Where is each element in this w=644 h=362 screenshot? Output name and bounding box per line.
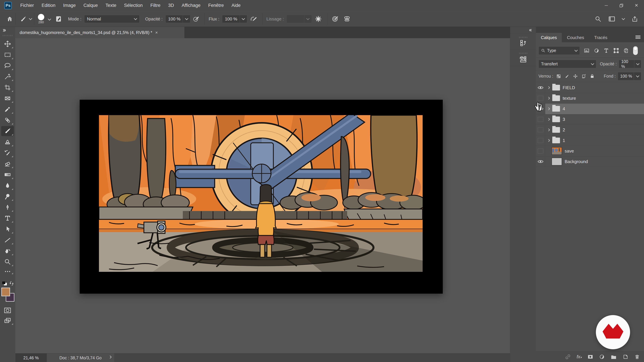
expand-chevron[interactable] (547, 86, 550, 89)
toolbar-grip[interactable] (3, 35, 12, 36)
tool-pen[interactable] (1, 202, 14, 212)
tool-magic-wand[interactable] (1, 71, 14, 82)
menu-fichier[interactable]: Fichier (16, 0, 38, 11)
lock-artboard-icon[interactable] (582, 74, 586, 79)
lock-transparency-icon[interactable] (556, 74, 561, 79)
menu-texte[interactable]: Texte (102, 0, 120, 11)
home-icon[interactable] (6, 15, 13, 22)
tool-shape-line[interactable] (1, 235, 14, 245)
menu-affichage[interactable]: Affichage (178, 0, 204, 11)
screen-mode-icon[interactable] (1, 316, 14, 326)
pressure-size-icon[interactable] (332, 15, 339, 22)
blend-mode-select[interactable]: Transfert (538, 60, 596, 68)
visibility-toggle[interactable] (536, 82, 545, 93)
tool-hand[interactable] (1, 246, 14, 256)
flow-input[interactable]: 100 % (222, 15, 247, 23)
status-chevron-icon[interactable] (108, 356, 112, 359)
tool-frame[interactable] (1, 93, 14, 103)
menu-filtre[interactable]: Filtre (146, 0, 164, 11)
paint-symmetry-icon[interactable] (343, 15, 351, 23)
tool-blur[interactable] (1, 180, 14, 191)
tool-move[interactable] (1, 39, 14, 49)
layer-row[interactable]: Background (536, 156, 644, 167)
tab-calques[interactable]: Calques (536, 33, 562, 42)
menu-3d[interactable]: 3D (164, 0, 178, 11)
add-mask-icon[interactable] (587, 354, 593, 360)
tool-eraser[interactable] (1, 159, 14, 169)
flow-chevron[interactable] (240, 15, 247, 23)
tool-crop[interactable] (1, 82, 14, 92)
visibility-toggle[interactable] (536, 156, 545, 167)
panel-menu-icon[interactable] (635, 35, 641, 40)
tool-history-brush[interactable] (1, 148, 14, 158)
new-group-icon[interactable] (610, 354, 617, 360)
menu-aide[interactable]: Aide (228, 0, 244, 11)
visibility-toggle[interactable] (536, 135, 545, 146)
expand-chevron[interactable] (547, 139, 550, 142)
tool-eyedropper[interactable] (1, 104, 14, 114)
tool-zoom[interactable] (1, 257, 14, 267)
expand-chevron[interactable] (547, 129, 550, 131)
layer-row-selected[interactable]: 4 (536, 104, 644, 114)
lock-position-icon[interactable] (573, 74, 578, 79)
layer-row[interactable]: FIELD (536, 82, 644, 93)
layer-fill-input[interactable]: 100 % (618, 72, 641, 80)
brush-size-preview[interactable]: 280 (38, 14, 44, 24)
tool-healing-brush[interactable] (1, 115, 14, 125)
tab-traces[interactable]: Tracés (589, 33, 612, 42)
tool-path-selection[interactable] (1, 224, 14, 234)
smoothing-gear-icon[interactable] (315, 15, 322, 22)
opacity-input[interactable]: 100 % (165, 15, 190, 23)
quick-mask-icon[interactable] (1, 305, 14, 316)
menu-fenetre[interactable]: Fenêtre (204, 0, 228, 11)
collapse-panels-icon[interactable] (510, 27, 536, 33)
tool-brush[interactable] (1, 126, 14, 136)
brush-size-chevron[interactable] (48, 17, 51, 21)
opacity-chevron[interactable] (183, 15, 190, 23)
brush-tool-preset-icon[interactable] (20, 15, 27, 23)
close-button[interactable]: ✕ (629, 0, 644, 11)
layer-row[interactable]: 1 (536, 135, 644, 146)
visibility-toggle[interactable] (536, 125, 545, 135)
workspace-switcher-icon[interactable] (608, 15, 616, 23)
filter-toggle-switch[interactable] (633, 46, 638, 55)
tool-dodge[interactable] (1, 191, 14, 201)
layer-row[interactable]: save (536, 146, 644, 156)
layer-row[interactable]: 3 (536, 114, 644, 125)
tab-couches[interactable]: Couches (562, 33, 589, 42)
libraries-panel-button[interactable] (510, 50, 536, 66)
filter-adjustment-icon[interactable] (594, 48, 599, 53)
menu-calque[interactable]: Calque (80, 0, 102, 11)
tool-lasso[interactable] (1, 61, 14, 71)
foreground-color-swatch[interactable] (1, 288, 10, 296)
filter-shape-icon[interactable] (613, 48, 619, 53)
restore-button[interactable] (614, 0, 629, 11)
lock-all-icon[interactable] (590, 74, 594, 79)
visibility-toggle[interactable] (536, 146, 545, 156)
layer-opacity-input[interactable]: 100 % (619, 60, 641, 68)
document-info[interactable]: Doc : 38,7 Mo/3,74 Go (47, 354, 114, 362)
expand-chevron[interactable] (547, 118, 550, 121)
tool-gradient[interactable] (1, 170, 14, 180)
share-icon[interactable] (631, 15, 638, 22)
minimize-button[interactable]: ─ (599, 0, 614, 11)
menu-image[interactable]: Image (59, 0, 80, 11)
menu-selection[interactable]: Sélection (120, 0, 146, 11)
workspace-chevron[interactable] (622, 17, 625, 20)
layer-filter-select[interactable]: Type (538, 46, 580, 55)
link-layers-icon[interactable] (565, 354, 571, 360)
brush-panel-toggle-icon[interactable] (55, 15, 62, 22)
tool-clone-stamp[interactable] (1, 137, 14, 147)
tab-close-icon[interactable]: × (155, 30, 158, 35)
toolbar-more-icon[interactable] (1, 268, 14, 275)
tool-type[interactable] (1, 213, 14, 223)
new-layer-icon[interactable] (622, 354, 628, 360)
brush-preset-chevron[interactable] (29, 17, 32, 20)
pressure-opacity-icon[interactable] (193, 15, 200, 22)
expand-chevron[interactable] (547, 97, 550, 100)
delete-layer-icon[interactable] (634, 354, 640, 360)
blend-mode-select[interactable]: Normal (84, 15, 140, 23)
layer-thumbnail[interactable] (552, 158, 562, 165)
toolbar-expand-icon[interactable] (2, 28, 8, 33)
layer-row[interactable]: 2 (536, 125, 644, 135)
